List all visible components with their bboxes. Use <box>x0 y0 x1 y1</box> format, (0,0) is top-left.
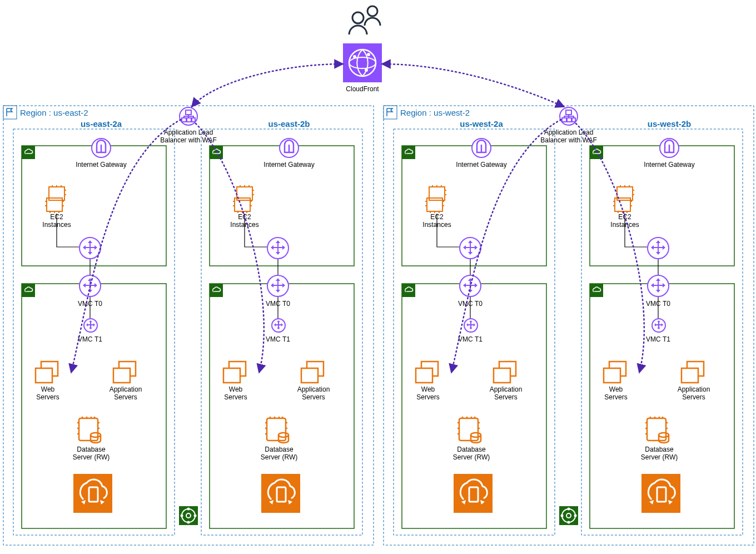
svg-text:Servers: Servers <box>114 393 137 401</box>
vpc-top-label: VPC-1 <box>38 149 58 157</box>
svg-rect-65 <box>384 106 754 545</box>
alb-icon <box>180 107 197 125</box>
cloudfront-label: CloudFront <box>346 85 379 93</box>
transit-gateway-icon <box>559 506 578 525</box>
svg-text:Instances: Instances <box>42 221 71 229</box>
svg-text:Internet Gateway: Internet Gateway <box>456 161 506 169</box>
svg-text:VMC T0: VMC T0 <box>266 300 290 308</box>
igw-label: Internet Gateway <box>76 161 126 169</box>
svg-text:Database: Database <box>645 446 674 453</box>
cloudfront-icon <box>343 43 382 82</box>
transit-gateway-icon <box>179 506 198 525</box>
az-label: us-east-2b <box>268 119 310 128</box>
svg-text:Servers: Servers <box>416 393 439 401</box>
svg-text:Internet Gateway: Internet Gateway <box>263 161 314 169</box>
svg-text:EC2: EC2 <box>430 213 444 221</box>
region-us-east-2: Region : us-east-2 us-east-2a VPC-1 Inte… <box>3 106 374 545</box>
svg-text:VMC SDDC: VMC SDDC <box>418 287 454 295</box>
svg-text:VMC T0: VMC T0 <box>78 300 102 308</box>
flow-cloudfront-alb-left <box>192 64 343 107</box>
svg-text:VMC T1: VMC T1 <box>458 335 483 343</box>
vpc-bot-label: VMC SDDC <box>38 287 73 295</box>
svg-text:Instances: Instances <box>610 221 639 229</box>
svg-text:VMC SDDC: VMC SDDC <box>226 287 261 295</box>
svg-text:Application: Application <box>110 385 142 393</box>
az-label: us-east-2a <box>81 119 122 128</box>
svg-text:VMC T0: VMC T0 <box>646 300 670 308</box>
flow-alb-web-az2b <box>576 123 644 373</box>
svg-text:Web: Web <box>421 385 435 393</box>
flow-cloudfront-alb-right <box>382 64 564 107</box>
svg-text:Web: Web <box>41 385 55 393</box>
svg-text:us-west-2a: us-west-2a <box>460 119 503 128</box>
svg-text:VMC T1: VMC T1 <box>266 335 290 343</box>
svg-text:Servers: Servers <box>682 393 705 401</box>
svg-rect-39 <box>3 106 374 545</box>
svg-text:Servers: Servers <box>302 393 325 401</box>
svg-text:Web: Web <box>609 385 623 393</box>
svg-text:Web: Web <box>229 385 243 393</box>
svg-text:EC2: EC2 <box>50 213 63 221</box>
svg-text:Application: Application <box>297 385 330 393</box>
users-icon <box>349 6 380 34</box>
svg-text:Servers: Servers <box>224 393 247 401</box>
svg-text:Instances: Instances <box>230 221 258 229</box>
flow-alb-web-az1b <box>196 123 264 373</box>
svg-text:Servers: Servers <box>494 393 517 401</box>
svg-text:Server (RW): Server (RW) <box>641 453 678 461</box>
svg-text:Server (RW): Server (RW) <box>453 453 490 461</box>
region-label: Region : us-west-2 <box>400 108 470 117</box>
svg-text:Database: Database <box>457 446 486 453</box>
svg-text:Balancer with WAF: Balancer with WAF <box>160 136 217 144</box>
svg-text:Database: Database <box>265 446 294 453</box>
region-label: Region : us-east-2 <box>20 108 88 117</box>
svg-text:VMC T1: VMC T1 <box>78 335 102 343</box>
svg-text:Instances: Instances <box>422 221 451 229</box>
svg-text:VPC-1: VPC-1 <box>418 149 438 157</box>
svg-text:VPC-1: VPC-1 <box>606 149 626 157</box>
svg-text:Internet Gateway: Internet Gateway <box>644 161 694 169</box>
svg-text:Database: Database <box>77 446 106 453</box>
svg-text:VMC T0: VMC T0 <box>458 300 483 308</box>
alb-icon <box>560 107 578 125</box>
svg-text:Servers: Servers <box>604 393 627 401</box>
svg-text:us-west-2b: us-west-2b <box>648 119 691 128</box>
svg-text:Servers: Servers <box>36 393 59 401</box>
svg-text:Application: Application <box>490 385 523 393</box>
svg-text:VPC-1: VPC-1 <box>226 149 246 157</box>
svg-text:Application: Application <box>678 385 710 393</box>
svg-text:VMC T1: VMC T1 <box>646 335 670 343</box>
region-us-west-2: Region : us-west-2 us-west-2a VPC-1 Inte… <box>384 106 754 545</box>
svg-text:Server (RW): Server (RW) <box>73 453 110 461</box>
svg-text:Server (RW): Server (RW) <box>261 453 297 461</box>
svg-text:VMC SDDC: VMC SDDC <box>606 287 641 295</box>
svg-text:Balancer with WAF: Balancer with WAF <box>540 136 597 144</box>
